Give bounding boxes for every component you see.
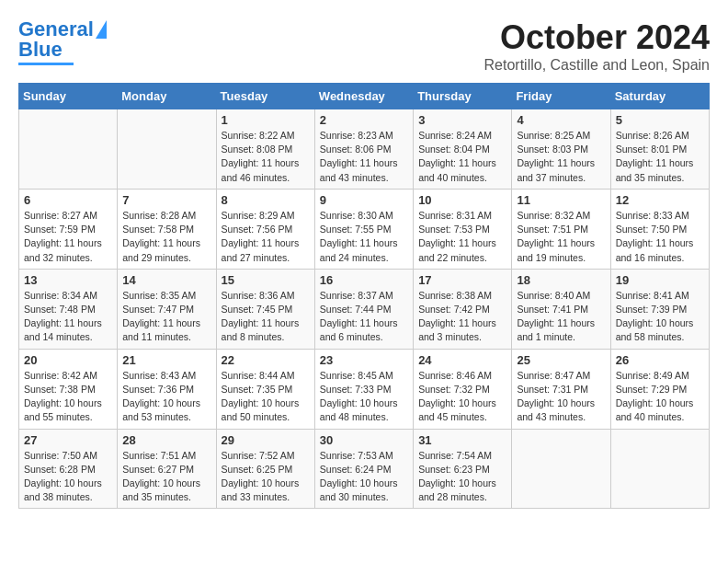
day-info: Sunrise: 8:23 AM Sunset: 8:06 PM Dayligh…	[320, 129, 408, 185]
calendar-week-row: 27Sunrise: 7:50 AM Sunset: 6:28 PM Dayli…	[19, 429, 710, 509]
calendar-table: SundayMondayTuesdayWednesdayThursdayFrid…	[18, 83, 710, 509]
calendar-cell: 20Sunrise: 8:42 AM Sunset: 7:38 PM Dayli…	[19, 349, 118, 429]
day-number: 14	[122, 273, 210, 287]
day-info: Sunrise: 7:53 AM Sunset: 6:24 PM Dayligh…	[320, 449, 408, 505]
calendar-cell: 5Sunrise: 8:26 AM Sunset: 8:01 PM Daylig…	[610, 109, 709, 190]
calendar-cell: 29Sunrise: 7:52 AM Sunset: 6:25 PM Dayli…	[216, 429, 314, 509]
calendar-cell: 1Sunrise: 8:22 AM Sunset: 8:08 PM Daylig…	[216, 109, 314, 190]
calendar-week-row: 13Sunrise: 8:34 AM Sunset: 7:48 PM Dayli…	[19, 269, 710, 349]
calendar-cell: 6Sunrise: 8:27 AM Sunset: 7:59 PM Daylig…	[19, 189, 118, 269]
calendar-cell: 22Sunrise: 8:44 AM Sunset: 7:35 PM Dayli…	[216, 349, 314, 429]
calendar-cell: 17Sunrise: 8:38 AM Sunset: 7:42 PM Dayli…	[414, 269, 512, 349]
day-info: Sunrise: 8:24 AM Sunset: 8:04 PM Dayligh…	[418, 129, 506, 185]
logo-triangle-icon	[96, 20, 107, 39]
weekday-header-thursday: Thursday	[414, 84, 512, 109]
day-info: Sunrise: 8:40 AM Sunset: 7:41 PM Dayligh…	[517, 289, 605, 345]
calendar-cell: 27Sunrise: 7:50 AM Sunset: 6:28 PM Dayli…	[19, 429, 118, 509]
calendar-cell: 31Sunrise: 7:54 AM Sunset: 6:23 PM Dayli…	[414, 429, 512, 509]
weekday-header-monday: Monday	[118, 84, 216, 109]
day-info: Sunrise: 8:34 AM Sunset: 7:48 PM Dayligh…	[24, 289, 112, 345]
calendar-cell: 28Sunrise: 7:51 AM Sunset: 6:27 PM Dayli…	[118, 429, 216, 509]
day-number: 31	[418, 433, 506, 447]
day-number: 23	[320, 353, 408, 367]
header: General Blue October 2024 Retortillo, Ca…	[18, 18, 710, 74]
day-info: Sunrise: 8:35 AM Sunset: 7:47 PM Dayligh…	[122, 289, 210, 345]
title-area: October 2024 Retortillo, Castille and Le…	[484, 18, 710, 74]
calendar-cell: 23Sunrise: 8:45 AM Sunset: 7:33 PM Dayli…	[314, 349, 413, 429]
weekday-header-saturday: Saturday	[610, 84, 709, 109]
day-info: Sunrise: 7:50 AM Sunset: 6:28 PM Dayligh…	[24, 449, 112, 505]
calendar-cell: 21Sunrise: 8:43 AM Sunset: 7:36 PM Dayli…	[118, 349, 216, 429]
calendar-cell	[610, 429, 709, 509]
calendar-cell: 26Sunrise: 8:49 AM Sunset: 7:29 PM Dayli…	[610, 349, 709, 429]
day-info: Sunrise: 8:22 AM Sunset: 8:08 PM Dayligh…	[222, 129, 310, 185]
day-number: 25	[517, 353, 605, 367]
logo-underline	[18, 63, 74, 65]
day-info: Sunrise: 8:44 AM Sunset: 7:35 PM Dayligh…	[222, 369, 310, 425]
calendar-cell: 9Sunrise: 8:30 AM Sunset: 7:55 PM Daylig…	[314, 189, 413, 269]
day-number: 8	[222, 193, 310, 207]
calendar-cell: 16Sunrise: 8:37 AM Sunset: 7:44 PM Dayli…	[314, 269, 413, 349]
day-info: Sunrise: 8:47 AM Sunset: 7:31 PM Dayligh…	[517, 369, 605, 425]
day-info: Sunrise: 8:36 AM Sunset: 7:45 PM Dayligh…	[222, 289, 310, 345]
day-number: 11	[517, 193, 605, 207]
day-info: Sunrise: 8:25 AM Sunset: 8:03 PM Dayligh…	[517, 129, 605, 185]
day-number: 6	[24, 193, 112, 207]
day-number: 9	[320, 193, 408, 207]
day-info: Sunrise: 8:28 AM Sunset: 7:58 PM Dayligh…	[122, 209, 210, 265]
calendar-cell: 13Sunrise: 8:34 AM Sunset: 7:48 PM Dayli…	[19, 269, 118, 349]
day-info: Sunrise: 8:45 AM Sunset: 7:33 PM Dayligh…	[320, 369, 408, 425]
calendar-cell: 14Sunrise: 8:35 AM Sunset: 7:47 PM Dayli…	[118, 269, 216, 349]
day-info: Sunrise: 8:38 AM Sunset: 7:42 PM Dayligh…	[418, 289, 506, 345]
day-number: 18	[517, 273, 605, 287]
weekday-header-tuesday: Tuesday	[216, 84, 314, 109]
day-info: Sunrise: 8:49 AM Sunset: 7:29 PM Dayligh…	[616, 369, 704, 425]
day-number: 15	[222, 273, 310, 287]
calendar-header-row: SundayMondayTuesdayWednesdayThursdayFrid…	[19, 84, 710, 109]
month-title: October 2024	[484, 18, 710, 57]
calendar-week-row: 20Sunrise: 8:42 AM Sunset: 7:38 PM Dayli…	[19, 349, 710, 429]
day-number: 24	[418, 353, 506, 367]
calendar-cell: 12Sunrise: 8:33 AM Sunset: 7:50 PM Dayli…	[610, 189, 709, 269]
calendar-week-row: 6Sunrise: 8:27 AM Sunset: 7:59 PM Daylig…	[19, 189, 710, 269]
calendar-cell: 24Sunrise: 8:46 AM Sunset: 7:32 PM Dayli…	[414, 349, 512, 429]
day-number: 16	[320, 273, 408, 287]
day-info: Sunrise: 8:27 AM Sunset: 7:59 PM Dayligh…	[24, 209, 112, 265]
day-number: 26	[616, 353, 704, 367]
calendar-cell: 4Sunrise: 8:25 AM Sunset: 8:03 PM Daylig…	[512, 109, 610, 190]
day-number: 17	[418, 273, 506, 287]
day-info: Sunrise: 7:52 AM Sunset: 6:25 PM Dayligh…	[222, 449, 310, 505]
day-info: Sunrise: 8:46 AM Sunset: 7:32 PM Dayligh…	[418, 369, 506, 425]
calendar-cell: 7Sunrise: 8:28 AM Sunset: 7:58 PM Daylig…	[118, 189, 216, 269]
calendar-cell	[512, 429, 610, 509]
calendar-cell: 2Sunrise: 8:23 AM Sunset: 8:06 PM Daylig…	[314, 109, 413, 190]
day-info: Sunrise: 7:51 AM Sunset: 6:27 PM Dayligh…	[122, 449, 210, 505]
day-number: 4	[517, 113, 605, 127]
calendar-cell: 18Sunrise: 8:40 AM Sunset: 7:41 PM Dayli…	[512, 269, 610, 349]
day-number: 1	[222, 113, 310, 127]
logo-blue-text: Blue	[18, 39, 63, 61]
day-number: 28	[122, 433, 210, 447]
logo: General Blue	[18, 18, 107, 65]
day-number: 2	[320, 113, 408, 127]
day-info: Sunrise: 8:26 AM Sunset: 8:01 PM Dayligh…	[616, 129, 704, 185]
day-info: Sunrise: 8:42 AM Sunset: 7:38 PM Dayligh…	[24, 369, 112, 425]
calendar-cell: 15Sunrise: 8:36 AM Sunset: 7:45 PM Dayli…	[216, 269, 314, 349]
day-number: 22	[222, 353, 310, 367]
day-number: 3	[418, 113, 506, 127]
calendar-cell: 25Sunrise: 8:47 AM Sunset: 7:31 PM Dayli…	[512, 349, 610, 429]
weekday-header-friday: Friday	[512, 84, 610, 109]
day-info: Sunrise: 8:33 AM Sunset: 7:50 PM Dayligh…	[616, 209, 704, 265]
day-number: 20	[24, 353, 112, 367]
calendar-cell: 19Sunrise: 8:41 AM Sunset: 7:39 PM Dayli…	[610, 269, 709, 349]
calendar-week-row: 1Sunrise: 8:22 AM Sunset: 8:08 PM Daylig…	[19, 109, 710, 190]
day-number: 19	[616, 273, 704, 287]
day-number: 13	[24, 273, 112, 287]
calendar-cell: 10Sunrise: 8:31 AM Sunset: 7:53 PM Dayli…	[414, 189, 512, 269]
day-info: Sunrise: 8:37 AM Sunset: 7:44 PM Dayligh…	[320, 289, 408, 345]
day-number: 5	[616, 113, 704, 127]
day-info: Sunrise: 8:41 AM Sunset: 7:39 PM Dayligh…	[616, 289, 704, 345]
calendar-cell: 30Sunrise: 7:53 AM Sunset: 6:24 PM Dayli…	[314, 429, 413, 509]
day-info: Sunrise: 8:32 AM Sunset: 7:51 PM Dayligh…	[517, 209, 605, 265]
calendar-cell: 11Sunrise: 8:32 AM Sunset: 7:51 PM Dayli…	[512, 189, 610, 269]
